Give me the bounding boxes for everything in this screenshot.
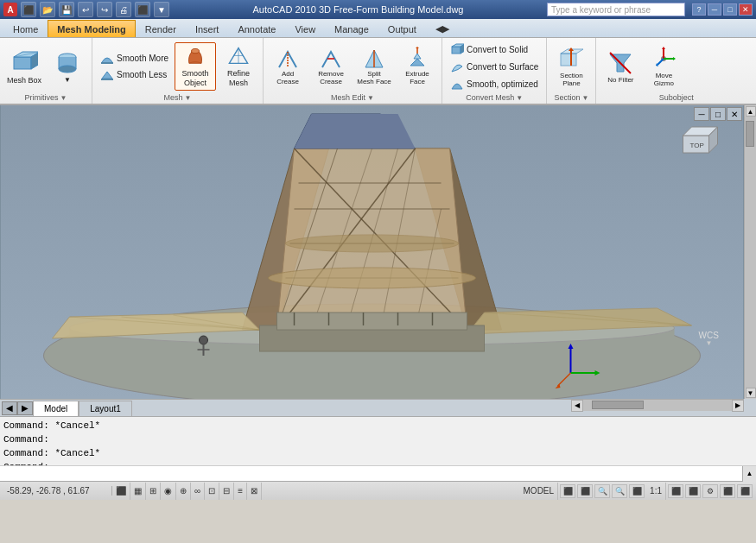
vertical-scrollbar: ▲ ▼ [744,105,756,399]
remove-crease-icon [319,47,343,71]
h-scroll-track[interactable] [583,400,732,411]
scroll-down-btn[interactable]: ▼ [746,388,756,398]
tab-layout1[interactable]: Layout1 [79,401,132,416]
viewport-close-btn[interactable]: ✕ [727,107,742,121]
zoom-icon[interactable]: 🔍 [594,484,610,498]
horizontal-scrollbar: ◀ ▶ [571,399,744,411]
tab-insert[interactable]: Insert [186,20,229,37]
tab-render[interactable]: Render [136,20,186,37]
zoom-level-btn[interactable]: 1:1 [646,483,666,500]
h-scroll-left-btn[interactable]: ◀ [571,400,583,412]
scroll-up-btn[interactable]: ▲ [746,106,756,117]
h-scroll-right-btn[interactable]: ▶ [732,400,744,412]
polar-btn[interactable]: ◉ [161,483,176,500]
mesh-expand-icon[interactable]: ▼ [185,94,192,102]
scroll-track[interactable] [745,117,756,388]
tab-mesh-modeling[interactable]: Mesh Modeling [48,20,135,37]
status-icon-5[interactable]: ⬛ [685,484,701,498]
btn-split-mesh-face[interactable]: SplitMesh Face [353,42,395,91]
tab-model[interactable]: Model [33,401,79,416]
ortho-btn[interactable]: ⊞ [146,483,161,500]
svg-point-7 [59,66,76,73]
qa-btn-save[interactable]: 💾 [59,2,74,17]
help-btn[interactable]: ? [692,3,706,16]
qa-btn-open[interactable]: 📂 [40,2,55,17]
scroll-thumb[interactable] [746,121,754,147]
status-icon-3[interactable]: ⬛ [629,484,645,498]
status-icon-1[interactable]: ⬛ [560,484,575,498]
h-scroll-thumb[interactable] [592,401,644,409]
btn-extrude-face[interactable]: ExtrudeFace [397,42,438,91]
viewport-minimize-btn[interactable]: ─ [694,107,709,121]
group-section-label: Section ▼ [550,92,592,102]
convert-mesh-expand-icon[interactable]: ▼ [516,94,523,102]
tab-view[interactable]: View [285,20,325,37]
btn-smooth-object[interactable]: Smooth Object [175,42,216,91]
lw-btn[interactable]: ≡ [234,483,247,500]
search-box[interactable]: Type a keyword or phrase [547,3,685,16]
status-icon-4[interactable]: ⬛ [668,484,683,498]
convert-solid-icon [450,42,464,56]
coords-display: -58.29, -26.78 , 61.67 [0,486,112,496]
maximize-btn[interactable]: □ [723,3,737,16]
cmd-scroll-up[interactable]: ▲ [743,466,756,482]
btn-smooth-less[interactable]: Smooth Less [96,67,173,83]
qa-btn-print[interactable]: 🖨 [116,2,131,17]
grid-btn[interactable]: ▦ [130,483,146,500]
primitives-expand-icon[interactable]: ▼ [60,94,67,102]
qa-btn-undo[interactable]: ↩ [78,2,93,17]
tab-home[interactable]: Home [3,20,48,37]
btn-move-gizmo[interactable]: Move Gizmo [643,42,684,91]
status-icon-6[interactable]: ⬛ [720,484,735,498]
mesh-box-icon [10,48,38,76]
command-input[interactable] [0,466,742,481]
tab-annotate[interactable]: Annotate [228,20,285,37]
btn-smooth-more[interactable]: Smooth More [96,51,173,66]
model-space-btn[interactable]: MODEL [520,483,559,500]
osnap-btn[interactable]: ⊕ [176,483,191,500]
status-icon-2[interactable]: ⬛ [577,484,593,498]
btn-convert-solid[interactable]: Convert to Solid [446,41,532,57]
svg-marker-51 [295,114,416,148]
snap-btn[interactable]: ⬛ [112,483,130,500]
viewport[interactable]: ─ □ ✕ [0,105,744,399]
tab-next-btn[interactable]: ▶ [17,401,33,415]
dyn-btn[interactable]: ⊟ [219,483,234,500]
svg-rect-10 [101,62,113,64]
qa-btn-extra1[interactable]: ⬛ [135,2,150,17]
scrollbar-corner [744,399,756,416]
section-expand-icon[interactable]: ▼ [581,94,588,102]
btn-remove-crease[interactable]: RemoveCrease [310,42,352,91]
close-btn[interactable]: ✕ [739,3,753,16]
btn-section-plane[interactable]: SectionPlane [550,42,592,91]
tab-output[interactable]: Output [378,20,426,37]
tab-prev-btn[interactable]: ◀ [2,401,17,415]
btn-mesh-box[interactable]: Mesh Box [3,42,45,91]
group-section: SectionPlane Section ▼ [547,38,596,104]
ducs-btn[interactable]: ⊡ [205,483,219,500]
viewport-restore-btn[interactable]: □ [710,107,726,121]
mesh-cylinder-label: ▼ [64,76,71,85]
title-bar: A ⬛ 📂 💾 ↩ ↪ 🖨 ⬛ ▼ AutoCAD 2010 3D Free-F… [0,0,756,19]
group-subobject-content: No Filter Move Gizmo [600,41,753,92]
qa-btn-redo[interactable]: ↪ [97,2,112,17]
btn-add-crease[interactable]: AddCrease [267,42,308,91]
btn-refine-mesh[interactable]: Refine Mesh [218,42,259,91]
svg-rect-12 [101,79,113,80]
btn-convert-surface[interactable]: Convert to Surface [446,59,543,74]
btn-smooth-optimized[interactable]: Smooth, optimized [446,76,543,92]
settings-icon[interactable]: ⚙ [702,484,718,498]
btn-no-filter[interactable]: No Filter [600,42,641,91]
otrack-btn[interactable]: ∞ [191,483,205,500]
svg-marker-24 [414,54,421,59]
qa-btn-new[interactable]: ⬛ [21,2,36,17]
minimize-btn[interactable]: ─ [708,3,721,16]
tab-extra[interactable]: ◀▶ [426,20,459,37]
status-icon-7[interactable]: ⬛ [737,484,753,498]
tpose-btn[interactable]: ⊠ [247,483,262,500]
qa-btn-extra2[interactable]: ▼ [154,2,169,17]
zoom-out-icon[interactable]: 🔍 [612,484,627,498]
btn-mesh-cylinder[interactable]: ▼ [47,42,88,91]
tab-manage[interactable]: Manage [325,20,378,37]
mesh-edit-expand-icon[interactable]: ▼ [367,94,374,102]
